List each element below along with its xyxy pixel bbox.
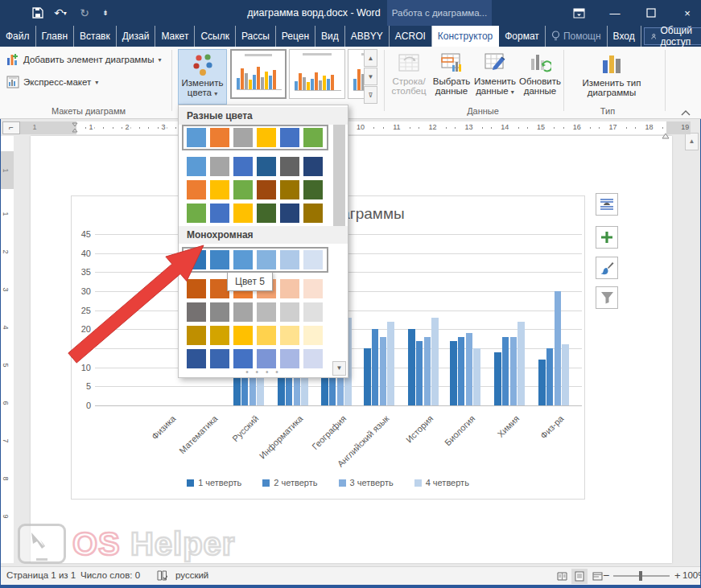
customize-qat-button[interactable]: ⇟: [95, 0, 116, 26]
tab-главн[interactable]: Главн: [36, 26, 75, 47]
chart-elements-button[interactable]: [596, 226, 618, 249]
chart-styles-gallery[interactable]: [230, 49, 364, 104]
bar-4-четверть-Биология[interactable]: [473, 348, 480, 405]
indent-markers[interactable]: [71, 122, 79, 137]
zoom-slider-thumb[interactable]: [639, 571, 642, 581]
minimize-button[interactable]: —: [600, 0, 630, 26]
palette-row-Цвет-3[interactable]: [187, 180, 323, 199]
color-swatch[interactable]: [257, 128, 276, 147]
tab-рассы[interactable]: Рассы: [236, 26, 276, 47]
ribbon-display-options-button[interactable]: [563, 0, 594, 26]
redo-button[interactable]: ↻: [74, 0, 95, 26]
color-swatch[interactable]: [210, 204, 229, 223]
undo-button[interactable]: ↶▾: [50, 0, 71, 26]
change-chart-type-button[interactable]: Изменить типдиаграммы: [568, 49, 655, 105]
color-swatch[interactable]: [280, 349, 299, 368]
bar-4-четверть-Английский-язык[interactable]: [387, 322, 394, 405]
chart-style-thumbnail[interactable]: [289, 49, 345, 99]
tab-selector[interactable]: ⌐: [2, 121, 20, 134]
color-swatch[interactable]: [210, 180, 229, 199]
page-indicator[interactable]: Страница 1 из 1: [6, 570, 76, 580]
palette-row-Цвет-2[interactable]: [187, 157, 323, 176]
bar-1-четверть-Химия[interactable]: [494, 352, 501, 405]
color-swatch[interactable]: [303, 349, 323, 368]
bar-4-четверть-Химия[interactable]: [518, 322, 524, 405]
zoom-slider[interactable]: [613, 575, 670, 577]
scrollbar-thumb[interactable]: [333, 123, 345, 228]
bar-2-четверть-Физ-ра[interactable]: [546, 348, 553, 405]
bar-1-четверть-Физ-ра[interactable]: [538, 360, 545, 405]
color-swatch[interactable]: [257, 157, 276, 176]
bar-2-четверть-Химия[interactable]: [502, 337, 509, 405]
color-swatch[interactable]: [303, 128, 323, 147]
edit-data-button[interactable]: Изменитьданные ▾: [473, 49, 517, 105]
color-swatch[interactable]: [187, 204, 206, 223]
color-swatch[interactable]: [280, 302, 299, 322]
scroll-up-arrow[interactable]: ▲: [685, 133, 699, 150]
proofing-icon[interactable]: [157, 570, 167, 583]
language-indicator[interactable]: русский: [175, 570, 208, 580]
word-count[interactable]: Число слов: 0: [80, 570, 140, 580]
color-swatch[interactable]: [257, 250, 276, 269]
chart-style-thumbnail[interactable]: [230, 49, 287, 99]
color-swatch[interactable]: [257, 204, 276, 223]
color-swatch[interactable]: [187, 180, 206, 199]
bar-1-четверть-Биология[interactable]: [450, 341, 456, 405]
bar-3-четверть-Химия[interactable]: [510, 337, 517, 405]
tab-макет[interactable]: Макет: [155, 26, 195, 47]
gallery-up-button[interactable]: ▲: [364, 49, 377, 67]
read-mode-button[interactable]: [554, 569, 570, 584]
color-swatch[interactable]: [257, 302, 276, 322]
chart-filters-button[interactable]: [596, 286, 618, 309]
tab-рецен[interactable]: Рецен: [276, 26, 315, 47]
chart-tools-context-label[interactable]: Работа с диаграмма...: [387, 0, 492, 26]
right-indent-marker[interactable]: [662, 128, 670, 142]
color-swatch[interactable]: [233, 302, 253, 322]
color-swatch[interactable]: [303, 250, 323, 269]
color-swatch[interactable]: [257, 326, 276, 345]
tab-help[interactable]: Помощн: [546, 26, 608, 47]
bar-4-четверть-История[interactable]: [431, 318, 438, 405]
color-swatch[interactable]: [187, 157, 206, 176]
bar-3-четверть-История[interactable]: [424, 337, 431, 405]
tab-вид[interactable]: Вид: [315, 26, 345, 47]
add-chart-element-button[interactable]: Добавить элемент диаграммы▾: [6, 50, 161, 69]
refresh-data-button[interactable]: Обновитьданные: [518, 49, 562, 105]
color-swatch[interactable]: [187, 128, 206, 147]
print-layout-button[interactable]: [571, 569, 588, 584]
color-swatch[interactable]: [233, 349, 253, 368]
color-swatch[interactable]: [303, 180, 323, 199]
tab-формат[interactable]: Формат: [499, 26, 546, 47]
color-swatch[interactable]: [303, 204, 323, 223]
color-swatch[interactable]: [280, 326, 299, 345]
palette-row-Цвет-4[interactable]: [187, 204, 323, 223]
legend-item[interactable]: 2 четверть: [262, 478, 317, 487]
layout-options-button[interactable]: [596, 193, 618, 216]
color-swatch[interactable]: [233, 250, 253, 269]
color-swatch[interactable]: [303, 157, 323, 176]
color-swatch[interactable]: [233, 204, 253, 223]
change-colors-button[interactable]: Изменить цвета ▾: [178, 49, 227, 105]
zoom-out-button[interactable]: −: [603, 569, 609, 582]
color-swatch[interactable]: [303, 302, 323, 322]
color-swatch[interactable]: [210, 128, 229, 147]
tab-дизай[interactable]: Дизай: [117, 26, 156, 47]
tab-abbyy[interactable]: ABBYY: [345, 26, 390, 47]
color-swatch[interactable]: [280, 157, 299, 176]
color-swatch[interactable]: [233, 157, 253, 176]
sign-in-button[interactable]: Вход: [608, 26, 641, 47]
tab-ссылк[interactable]: Ссылк: [195, 26, 236, 47]
quick-layout-button[interactable]: Экспресс-макет▾: [6, 72, 98, 92]
bar-4-четверть-Физ-ра[interactable]: [562, 344, 568, 405]
vertical-ruler[interactable]: 1123456789: [1, 136, 14, 563]
bar-1-четверть-Английский-язык[interactable]: [364, 348, 370, 405]
color-swatch[interactable]: [280, 250, 299, 269]
color-swatch[interactable]: [280, 204, 299, 223]
maximize-button[interactable]: [636, 0, 666, 26]
tab-вставк[interactable]: Вставк: [74, 26, 117, 47]
color-swatch[interactable]: [233, 180, 253, 199]
color-swatch[interactable]: [280, 279, 299, 298]
color-swatch[interactable]: [280, 180, 299, 199]
bar-2-четверть-Биология[interactable]: [458, 337, 464, 405]
select-data-button[interactable]: Выбратьданные: [431, 49, 472, 105]
